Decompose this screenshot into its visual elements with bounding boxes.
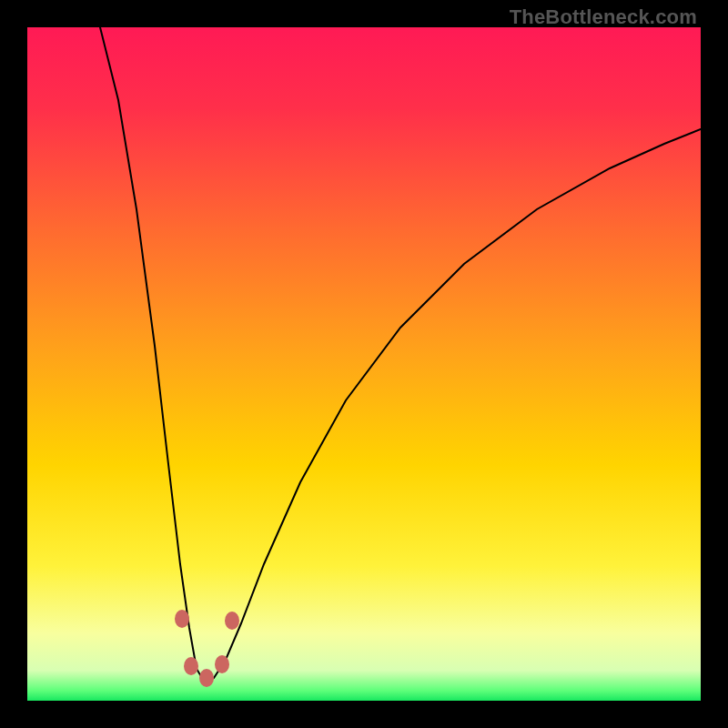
curve-marker xyxy=(175,610,189,628)
curve-marker xyxy=(184,657,198,675)
gradient-rect xyxy=(27,27,701,701)
watermark-text: TheBottleneck.com xyxy=(510,5,697,29)
chart-background-gradient xyxy=(27,27,701,701)
curve-marker xyxy=(199,669,214,687)
curve-marker xyxy=(215,655,229,673)
chart-plot-area xyxy=(27,27,701,701)
curve-marker xyxy=(225,612,239,630)
